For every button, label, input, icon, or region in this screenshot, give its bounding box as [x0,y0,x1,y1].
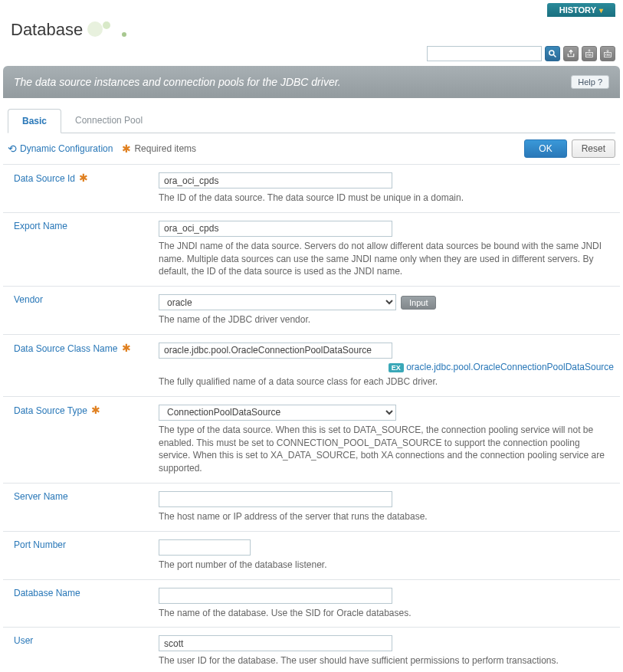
search-icon-button[interactable] [545,46,560,61]
label-server-name: Server Name [14,491,68,502]
label-export-name: Export Name [14,221,67,231]
desc-database-name: The name of the database. Use the SID fo… [159,607,614,620]
export-name-input[interactable] [159,221,392,237]
search-input[interactable] [427,46,542,61]
tab-basic[interactable]: Basic [8,109,61,133]
vendor-input-button[interactable]: Input [401,296,436,310]
banner-text: The data source instances and connection… [14,76,341,88]
desc-ds-class: The fully qualified name of a data sourc… [159,375,614,388]
required-items-legend: ✱ Required items [122,143,196,154]
desc-ds-type: The type of the data source. When this i… [159,424,614,475]
svg-text:XML: XML [586,54,592,57]
ds-type-select[interactable]: ConnectionPoolDataSource [159,405,396,421]
page-title: Database [11,20,83,40]
server-name-input[interactable] [159,491,392,507]
user-input[interactable] [159,635,392,651]
ds-class-input[interactable] [159,343,392,359]
dynamic-configuration-link[interactable]: ⟲ Dynamic Configuration [8,143,113,155]
required-icon: ✱ [79,172,88,184]
desc-user: The user ID for the database. The user s… [159,654,614,667]
required-icon: ✱ [91,404,100,416]
reset-button[interactable]: Reset [572,139,615,158]
label-database-name: Database Name [14,588,80,598]
label-vendor: Vendor [14,294,43,305]
help-button[interactable]: Help ? [571,75,609,89]
example-badge: EX [389,363,404,372]
desc-data-source-id: The ID of the data source. The data sour… [159,192,614,205]
vendor-select[interactable]: oracle [159,294,396,310]
tab-connection-pool[interactable]: Connection Pool [61,109,156,133]
ds-class-example: oracle.jdbc.pool.OracleConnectionPoolDat… [406,362,614,372]
ok-button[interactable]: OK [524,139,566,158]
desc-server-name: The host name or IP address of the serve… [159,510,614,523]
svg-text:XML: XML [605,54,611,57]
export-icon-button[interactable] [563,46,579,61]
label-data-source-id: Data Source Id [14,173,75,184]
chevron-down-icon: ▾ [599,6,603,15]
xml-export-icon-button[interactable]: XML [600,46,615,61]
decorative-circles [87,21,126,39]
label-ds-class: Data Source Class Name [14,343,117,354]
xml-import-icon-button[interactable]: XML [582,46,597,61]
history-label: HISTORY [559,5,596,15]
database-name-input[interactable] [159,588,392,604]
data-source-id-input[interactable] [159,172,392,188]
label-port-number: Port Number [14,539,66,550]
desc-port-number: The port number of the database listener… [159,559,614,572]
svg-line-1 [554,55,556,57]
label-ds-type: Data Source Type [14,405,87,416]
required-icon: ✱ [122,342,131,354]
desc-vendor: The name of the JDBC driver vendor. [159,313,614,326]
port-number-input[interactable] [159,539,251,556]
refresh-icon: ⟲ [8,143,17,155]
label-user: User [14,635,33,646]
star-icon: ✱ [122,143,131,154]
desc-export-name: The JNDI name of the data source. Server… [159,240,614,278]
history-button[interactable]: HISTORY ▾ [547,3,615,17]
svg-point-0 [549,51,554,55]
